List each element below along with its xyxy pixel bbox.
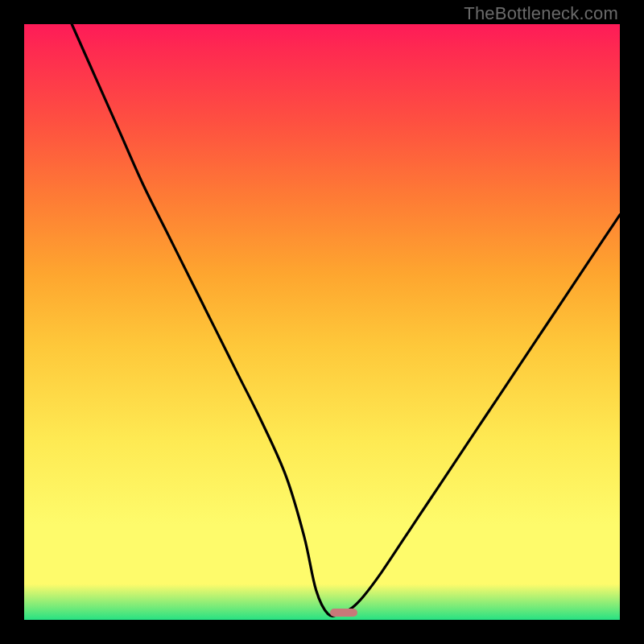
minimum-marker — [330, 609, 357, 617]
plot-area — [24, 24, 620, 620]
bottleneck-curve — [24, 24, 620, 620]
watermark-text: TheBottleneck.com — [464, 3, 618, 24]
chart-frame: TheBottleneck.com — [0, 0, 644, 644]
